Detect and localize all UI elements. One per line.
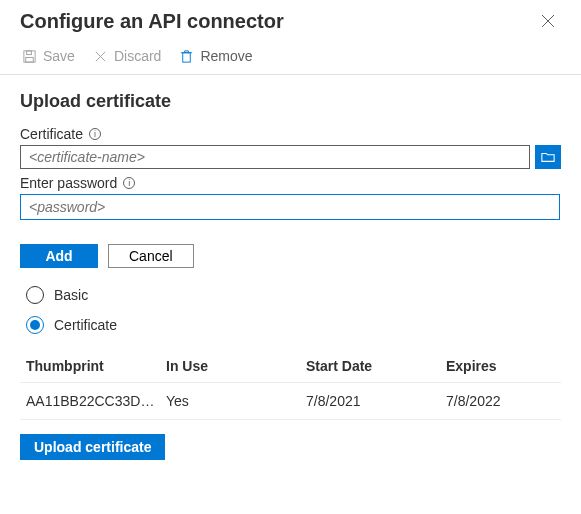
- radio-basic[interactable]: Basic: [26, 286, 561, 304]
- cell-in-use: Yes: [166, 393, 306, 409]
- certificate-input-row: [20, 145, 561, 169]
- dialog-title: Configure an API connector: [20, 10, 284, 33]
- dialog-header: Configure an API connector: [0, 0, 581, 40]
- radio-certificate[interactable]: Certificate: [26, 316, 561, 334]
- cell-thumbprint: AA11BB22CC33DD4…: [26, 393, 166, 409]
- close-icon: [541, 14, 555, 28]
- svg-rect-4: [26, 57, 34, 62]
- main-panel: Upload certificate Certificate i Enter p…: [0, 75, 581, 460]
- remove-button[interactable]: Remove: [179, 48, 252, 64]
- discard-icon: [93, 49, 108, 64]
- discard-label: Discard: [114, 48, 161, 64]
- password-label-row: Enter password i: [20, 175, 561, 191]
- save-label: Save: [43, 48, 75, 64]
- add-button[interactable]: Add: [20, 244, 98, 268]
- trash-icon: [179, 49, 194, 64]
- close-button[interactable]: [535, 8, 561, 34]
- col-expires: Expires: [446, 358, 555, 374]
- remove-label: Remove: [200, 48, 252, 64]
- table-row[interactable]: AA11BB22CC33DD4… Yes 7/8/2021 7/8/2022: [20, 383, 561, 420]
- col-start-date: Start Date: [306, 358, 446, 374]
- upload-actions: Add Cancel: [20, 244, 561, 268]
- certificate-input[interactable]: [20, 145, 530, 169]
- certificates-table: Thumbprint In Use Start Date Expires AA1…: [20, 350, 561, 420]
- info-icon[interactable]: i: [123, 177, 135, 189]
- auth-type-radio-group: Basic Certificate: [20, 286, 561, 334]
- password-input[interactable]: [20, 194, 560, 220]
- cancel-button[interactable]: Cancel: [108, 244, 194, 268]
- radio-checked-icon: [26, 316, 44, 334]
- password-label: Enter password: [20, 175, 117, 191]
- upload-section-title: Upload certificate: [20, 91, 561, 112]
- svg-rect-3: [27, 50, 32, 54]
- discard-button[interactable]: Discard: [93, 48, 161, 64]
- save-button[interactable]: Save: [22, 48, 75, 64]
- certificate-label-row: Certificate i: [20, 126, 561, 142]
- upload-certificate-button[interactable]: Upload certificate: [20, 434, 165, 460]
- col-thumbprint: Thumbprint: [26, 358, 166, 374]
- cell-expires: 7/8/2022: [446, 393, 555, 409]
- radio-basic-label: Basic: [54, 287, 88, 303]
- info-icon[interactable]: i: [89, 128, 101, 140]
- toolbar: Save Discard Remove: [0, 40, 581, 75]
- col-in-use: In Use: [166, 358, 306, 374]
- radio-certificate-label: Certificate: [54, 317, 117, 333]
- certificate-label: Certificate: [20, 126, 83, 142]
- browse-button[interactable]: [535, 145, 561, 169]
- table-header: Thumbprint In Use Start Date Expires: [20, 350, 561, 383]
- folder-icon: [541, 151, 555, 163]
- svg-rect-7: [183, 52, 191, 61]
- save-icon: [22, 49, 37, 64]
- cell-start-date: 7/8/2021: [306, 393, 446, 409]
- radio-unchecked-icon: [26, 286, 44, 304]
